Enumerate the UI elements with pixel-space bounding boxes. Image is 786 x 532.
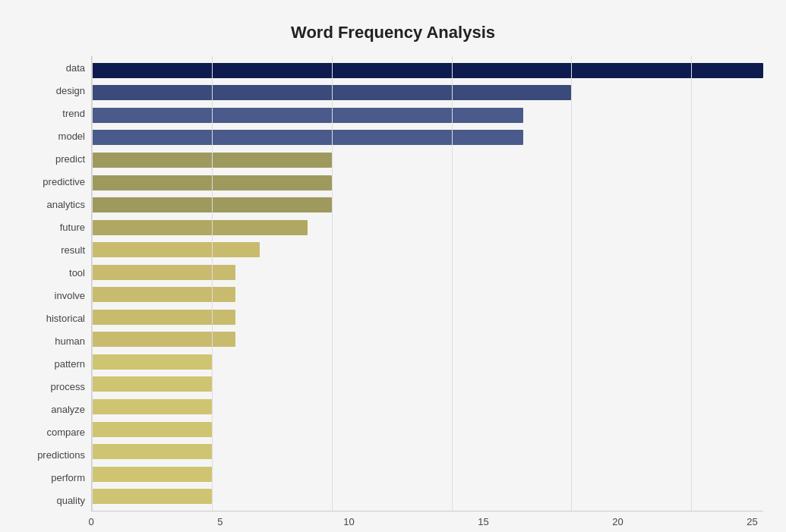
bar-row	[92, 128, 763, 146]
bar-row	[92, 241, 763, 259]
bar-row	[92, 174, 763, 192]
y-label: perform	[51, 467, 85, 487]
y-label: model	[58, 126, 85, 146]
bar-rows	[92, 56, 763, 511]
x-tick: 10	[343, 516, 354, 527]
bar-row	[92, 420, 763, 439]
grid-line	[571, 56, 572, 511]
y-label: result	[61, 240, 85, 260]
x-tick-container: 0510152025	[91, 516, 763, 527]
bar-row	[92, 487, 763, 505]
bar-row	[92, 196, 763, 214]
bar	[92, 399, 212, 414]
bar-row	[92, 106, 763, 124]
bar-row	[92, 83, 763, 102]
y-label: predict	[55, 149, 85, 168]
x-tick: 5	[217, 516, 223, 527]
y-label: pattern	[55, 354, 85, 373]
bar	[92, 489, 212, 504]
bar	[92, 332, 235, 347]
bar	[92, 467, 212, 482]
y-axis-labels: datadesigntrendmodelpredictpredictiveana…	[23, 56, 91, 512]
x-tick: 15	[478, 516, 488, 527]
y-label: quality	[56, 490, 85, 510]
bar-row	[92, 308, 763, 326]
y-label: historical	[46, 308, 85, 328]
y-label: compare	[46, 422, 85, 442]
bar-row	[92, 375, 763, 393]
y-label: design	[56, 80, 85, 100]
bar	[92, 310, 235, 325]
bar-row	[92, 398, 763, 416]
y-label: human	[55, 331, 85, 351]
bar-row	[92, 465, 763, 483]
grid-and-bars	[91, 56, 763, 512]
bar	[92, 108, 523, 123]
bar	[92, 265, 235, 280]
y-label: analytics	[46, 194, 85, 214]
y-label: involve	[55, 285, 85, 305]
bar-row	[92, 61, 763, 80]
chart-area: datadesigntrendmodelpredictpredictiveana…	[23, 56, 763, 512]
bar	[92, 220, 308, 235]
bars-and-grid	[91, 56, 763, 512]
bar	[92, 376, 212, 392]
y-label: predictions	[37, 445, 85, 464]
bar-row	[92, 442, 763, 461]
bar-row	[92, 263, 763, 282]
bar	[92, 354, 212, 370]
chart-title: Word Frequency Analysis	[23, 23, 763, 42]
x-tick: 25	[747, 516, 757, 527]
bar	[92, 63, 763, 78]
grid-line	[452, 56, 453, 511]
bar	[92, 242, 260, 257]
grid-line	[332, 56, 333, 511]
y-label: analyze	[51, 399, 85, 419]
y-label: data	[66, 58, 85, 77]
grid-line	[212, 56, 213, 511]
bar-row	[92, 151, 763, 169]
bar	[92, 130, 523, 145]
y-label: trend	[62, 103, 85, 123]
grid-line	[92, 56, 93, 511]
x-axis: 0510152025	[91, 516, 763, 527]
bar	[92, 287, 235, 302]
bar	[92, 422, 212, 437]
y-label: tool	[69, 263, 85, 282]
bar-row	[92, 330, 763, 348]
bar	[92, 444, 212, 459]
chart-container: Word Frequency Analysis datadesigntrendm…	[8, 8, 778, 532]
y-label: predictive	[43, 172, 85, 191]
bar-row	[92, 219, 763, 237]
x-tick: 0	[88, 516, 93, 527]
y-label: future	[60, 217, 85, 237]
bar-row	[92, 285, 763, 304]
y-label: process	[50, 376, 85, 396]
bar-row	[92, 353, 763, 371]
grid-line	[691, 56, 692, 511]
x-tick: 20	[612, 516, 623, 527]
